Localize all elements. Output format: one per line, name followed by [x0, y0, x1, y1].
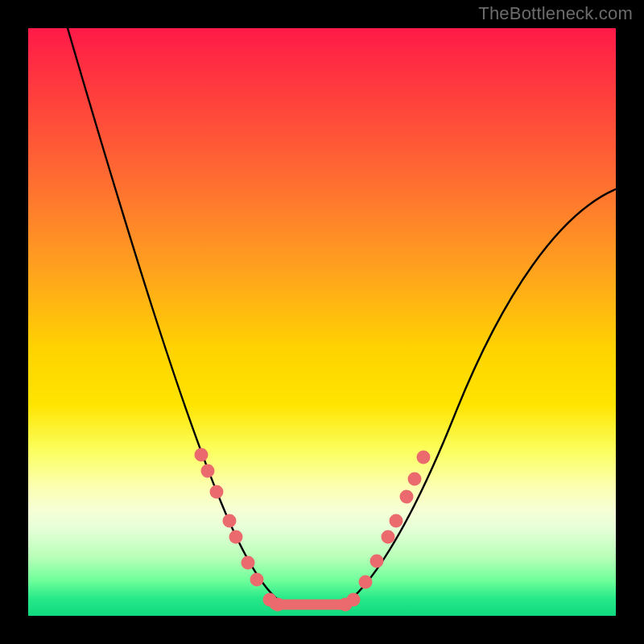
data-dot [242, 556, 255, 570]
watermark-text: TheBottleneck.com [478, 3, 633, 24]
dot-layer [195, 448, 431, 612]
data-dot [223, 514, 237, 528]
data-dot [390, 514, 403, 528]
plot-area [28, 28, 616, 616]
data-dot [195, 448, 208, 462]
data-dot [400, 490, 414, 504]
data-dot [382, 530, 395, 544]
chart-frame: TheBottleneck.com [0, 0, 644, 644]
data-dot [359, 576, 373, 589]
data-dot [370, 555, 384, 568]
data-dot [210, 485, 224, 499]
data-dot [408, 473, 422, 486]
v-curve-line [68, 28, 616, 605]
data-dot [201, 464, 215, 478]
chart-svg [28, 28, 616, 616]
data-dot [229, 530, 243, 544]
data-dot [417, 451, 431, 464]
data-dot [250, 573, 264, 587]
